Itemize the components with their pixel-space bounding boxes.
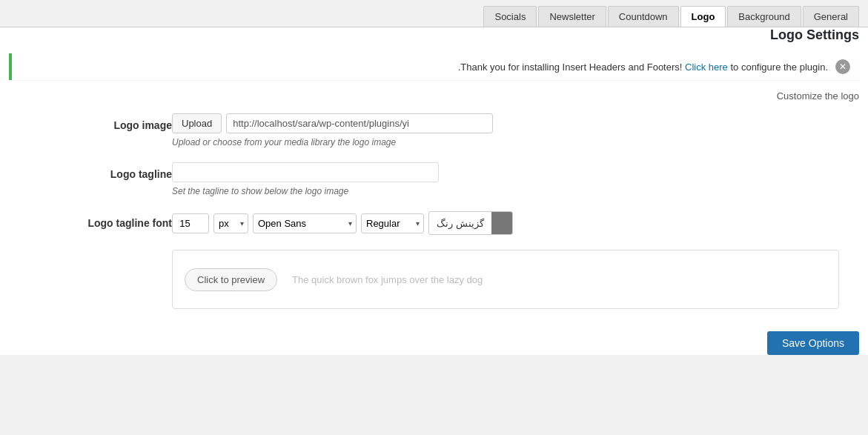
logo-tagline-font-label: Logo tagline font: [24, 211, 172, 229]
font-size-input[interactable]: [172, 213, 209, 233]
tab-logo[interactable]: Logo: [680, 6, 726, 27]
logo-image-control: Upload Upload or choose from your media …: [172, 113, 859, 147]
font-family-select[interactable]: Open Sans Arial Verdana Georgia: [253, 213, 357, 233]
color-picker-label: گزینش رنگ: [429, 214, 491, 233]
logo-tagline-control: Set the tagline to show below the logo i…: [172, 162, 859, 196]
font-controls-row: px em % Open Sans Arial Verdana Georgia: [172, 211, 513, 235]
logo-tagline-row: Logo tagline Set the tagline to show bel…: [9, 162, 859, 196]
tabs-container: Socials Newsletter Countdown Logo Backgr…: [0, 0, 868, 27]
preview-sample-text: The quick brown fox jumps over the lazy …: [292, 274, 483, 285]
notice-text-after: to configure the plugin.: [730, 62, 828, 73]
logo-tagline-font-row: Logo tagline font px em % Open Sans Aria…: [9, 211, 859, 235]
tab-background[interactable]: Background: [727, 6, 801, 27]
tab-general[interactable]: General: [803, 6, 859, 27]
font-style-select-wrapper: Regular Bold Italic Bold Italic: [361, 213, 424, 233]
logo-tagline-font-control: px em % Open Sans Arial Verdana Georgia: [172, 211, 859, 235]
tab-newsletter[interactable]: Newsletter: [538, 6, 606, 27]
logo-image-label: Logo image: [24, 113, 172, 131]
unit-select-wrapper: px em %: [213, 213, 248, 233]
logo-image-description: Upload or choose from your media library…: [172, 137, 396, 147]
upload-button[interactable]: Upload: [172, 113, 222, 133]
font-style-select[interactable]: Regular Bold Italic Bold Italic: [361, 213, 424, 233]
main-content: Logo Settings ✕ .Thank you for installin…: [0, 27, 868, 355]
logo-image-input-row: Upload: [172, 113, 493, 133]
save-options-button[interactable]: Save Options: [767, 331, 859, 355]
preview-label-spacer: [24, 250, 172, 256]
logo-image-row: Logo image Upload Upload or choose from …: [9, 113, 859, 147]
logo-tagline-label: Logo tagline: [24, 162, 172, 180]
notice-link[interactable]: Click here: [685, 62, 728, 73]
notice-text: .Thank you for installing Insert Headers…: [21, 62, 828, 73]
font-select-wrapper: Open Sans Arial Verdana Georgia: [253, 213, 357, 233]
preview-row: Click to preview The quick brown fox jum…: [9, 250, 859, 309]
page-title: Logo Settings: [9, 27, 859, 43]
color-picker-btn[interactable]: گزینش رنگ: [428, 211, 513, 235]
tab-socials[interactable]: Socials: [483, 6, 537, 27]
preview-button[interactable]: Click to preview: [185, 268, 277, 291]
color-swatch: [491, 212, 512, 234]
tab-countdown[interactable]: Countdown: [608, 6, 679, 27]
subtitle: Customize the logo: [9, 90, 859, 102]
unit-select[interactable]: px em %: [213, 213, 248, 233]
logo-url-input[interactable]: [226, 113, 493, 133]
logo-tagline-input[interactable]: [172, 162, 439, 182]
logo-tagline-description: Set the tagline to show below the logo i…: [172, 186, 348, 196]
preview-control: Click to preview The quick brown fox jum…: [172, 250, 859, 309]
notice-text-before: Thank you for installing Insert Headers …: [460, 62, 682, 73]
preview-box: Click to preview The quick brown fox jum…: [172, 250, 839, 309]
notice-close-btn[interactable]: ✕: [835, 59, 850, 74]
notice-bar: ✕ .Thank you for installing Insert Heade…: [9, 53, 859, 80]
